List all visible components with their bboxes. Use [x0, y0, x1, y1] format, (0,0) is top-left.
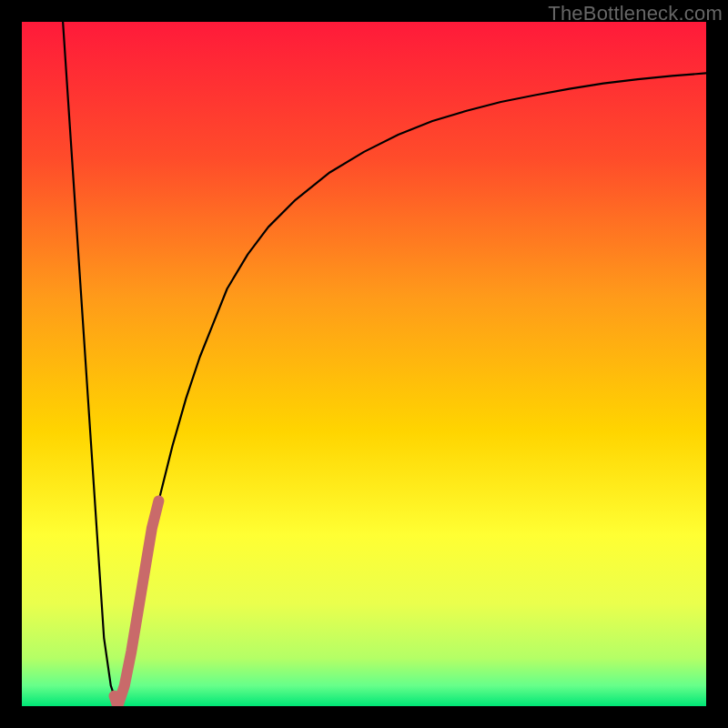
series-curve-main: [63, 22, 706, 706]
plot-area: [22, 22, 706, 706]
watermark-text: TheBottleneck.com: [548, 2, 723, 25]
chart-frame: TheBottleneck.com: [0, 0, 728, 728]
series-curve-highlight: [115, 500, 159, 706]
chart-svg: [22, 22, 706, 706]
